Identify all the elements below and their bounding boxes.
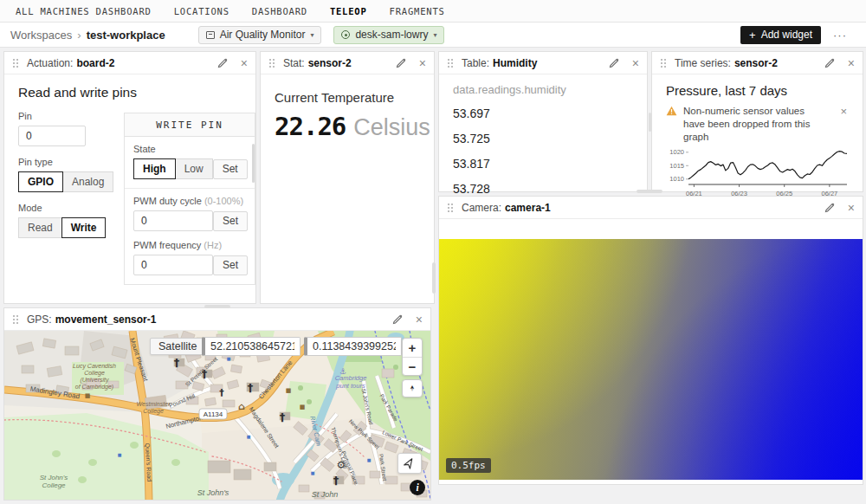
y-tick-label: 1010	[669, 175, 684, 183]
map-label: (University	[80, 377, 109, 384]
map-label: of Cambridge)	[75, 384, 113, 391]
drag-handle-icon[interactable]	[268, 58, 275, 68]
state-set-button[interactable]: Set	[213, 159, 248, 179]
widget-header: Table: Humidity ×	[439, 52, 647, 74]
edit-pencil-icon[interactable]	[216, 57, 229, 69]
map-symbol: ■	[85, 392, 91, 399]
column-resize-handle[interactable]	[649, 113, 651, 132]
close-icon[interactable]: ×	[241, 57, 248, 69]
nav-tab-all-machines-dashboard[interactable]: ALL MACHINES DASHBOARD	[16, 6, 152, 16]
edit-pencil-icon[interactable]	[391, 313, 404, 326]
breadcrumb-current[interactable]: test-workplace	[87, 29, 165, 42]
state-label: State	[133, 144, 246, 154]
fps-badge: 0.5fps	[446, 458, 491, 473]
y-tick-label: 1015	[669, 162, 684, 170]
pressure-line-chart: 10101015102006/2106/2306/2506/27	[666, 145, 850, 201]
map-label: College	[42, 481, 66, 489]
pin-type-gpio-button[interactable]: GPIO	[18, 171, 63, 192]
machine-part-icon	[206, 31, 215, 39]
map-label: College	[84, 370, 105, 377]
pressure-series-line	[688, 151, 847, 178]
pitch-toggle-button[interactable]: ▲ ▼	[402, 379, 423, 397]
edit-pencil-icon[interactable]	[824, 57, 836, 69]
close-icon[interactable]: ×	[416, 313, 423, 326]
pin-input[interactable]	[18, 126, 86, 146]
nav-tab-locations[interactable]: LOCATIONS	[174, 6, 229, 16]
close-icon[interactable]: ×	[848, 57, 855, 69]
zoom-in-button[interactable]: +	[403, 339, 422, 357]
map-symbol: †	[248, 381, 254, 394]
close-icon[interactable]: ×	[632, 57, 639, 69]
zoom-out-button[interactable]: −	[403, 357, 422, 375]
warning-close-icon[interactable]: ×	[840, 105, 847, 118]
widget-type-label: Stat:	[283, 57, 305, 69]
satellite-toggle-button[interactable]: Satellite	[150, 338, 205, 355]
scrollbar-thumb[interactable]	[252, 144, 255, 183]
edit-pencil-icon[interactable]	[608, 57, 620, 69]
attribution-info-button[interactable]: i	[410, 480, 425, 495]
zoom-controls: + −	[402, 338, 423, 376]
row-resize-handle[interactable]	[204, 305, 230, 308]
stat-unit: Celsius	[353, 114, 430, 141]
drag-handle-icon[interactable]	[12, 58, 19, 68]
breadcrumb-separator: ›	[77, 29, 81, 42]
edit-pencil-icon[interactable]	[395, 57, 407, 69]
locate-button[interactable]	[397, 453, 422, 474]
add-widget-label: Add widget	[761, 29, 812, 41]
widget-stat: Stat: sensor-2 × Current Temperature 22.…	[260, 51, 435, 304]
pwm-freq-input[interactable]	[133, 255, 213, 275]
map-symbol: ■	[286, 387, 292, 394]
widget-name: movement_sensor-1	[55, 313, 157, 326]
state-low-button[interactable]: Low	[175, 158, 213, 179]
mode-write-button[interactable]: Write	[61, 217, 107, 238]
map-canvas[interactable]: ††††††⌂■■■⚓⚙■■■■■ Madingley RoadMount Pl…	[4, 331, 430, 500]
close-icon[interactable]: ×	[419, 57, 426, 69]
pwm-duty-hint: (0-100%)	[204, 196, 243, 206]
table-row: 53.817	[453, 151, 633, 176]
map-symbol: ■	[227, 356, 231, 361]
nav-tab-dashboard[interactable]: DASHBOARD	[252, 6, 307, 16]
widget-type-label: Table:	[462, 57, 489, 69]
map-label: St John's	[197, 488, 229, 497]
column-resize-handle[interactable]	[432, 262, 436, 294]
pin-type-analog-button[interactable]: Analog	[62, 171, 113, 192]
pwm-freq-set-button[interactable]: Set	[213, 255, 248, 275]
add-widget-button[interactable]: + Add widget	[740, 26, 821, 44]
road-badge-a1134: A1134	[199, 409, 227, 419]
longitude-input[interactable]	[304, 337, 402, 356]
more-menu-button[interactable]: ···	[833, 29, 847, 42]
mode-read-button[interactable]: Read	[18, 217, 62, 238]
map-label: St John's	[40, 474, 68, 481]
write-pin-header: WRITE PIN	[125, 113, 255, 137]
drag-handle-icon[interactable]	[447, 58, 454, 68]
navigation-arrow-icon	[403, 456, 417, 470]
plus-icon: +	[749, 29, 756, 42]
close-icon[interactable]: ×	[848, 202, 855, 214]
edit-pencil-icon[interactable]	[824, 202, 836, 214]
widget-name: camera-1	[505, 202, 551, 214]
widget-header: Actuation: board-2 ×	[4, 52, 255, 74]
machine-part-selector[interactable]: Air Quality Monitor ▾	[198, 26, 322, 44]
pwm-duty-set-button[interactable]: Set	[213, 211, 248, 231]
map-label: Westminster	[137, 401, 171, 407]
state-high-button[interactable]: High	[133, 158, 176, 179]
camera-feed-image: 0.5fps	[439, 239, 863, 480]
map-label: Lucy Cavendish	[73, 363, 116, 370]
row-resize-handle[interactable]	[637, 190, 662, 193]
chevron-down-icon: ▾	[310, 31, 313, 39]
drag-handle-icon[interactable]	[447, 203, 454, 212]
drag-handle-icon[interactable]	[12, 314, 19, 324]
pwm-duty-input[interactable]	[133, 210, 213, 231]
widget-type-label: Actuation:	[27, 57, 73, 69]
nav-tab-fragments[interactable]: FRAGMENTS	[390, 6, 445, 16]
nav-tab-teleop[interactable]: TELEOP	[330, 6, 367, 16]
widget-type-label: Time series:	[675, 57, 731, 69]
machine-selector[interactable]: desk-sam-lowry ▾	[333, 26, 444, 44]
drag-handle-icon[interactable]	[660, 58, 667, 68]
map-symbol: ■	[247, 434, 251, 439]
map-label: Cambridge	[335, 374, 367, 382]
svg-text:A1134: A1134	[204, 410, 223, 418]
latitude-input[interactable]	[202, 337, 301, 356]
breadcrumb-root[interactable]: Workspaces	[10, 29, 72, 42]
pin-label: Pin	[18, 111, 105, 121]
